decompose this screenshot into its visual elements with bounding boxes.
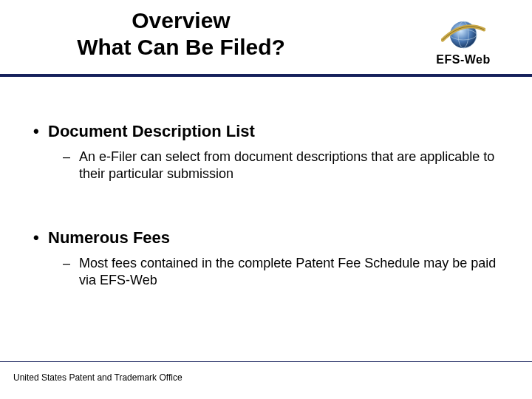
title-line-2: What Can Be Filed? bbox=[77, 35, 285, 59]
dash-icon: – bbox=[63, 255, 79, 272]
spacer bbox=[33, 188, 502, 228]
slide-title: Overview What Can Be Filed? bbox=[22, 7, 340, 61]
globe-icon bbox=[441, 16, 485, 53]
subbullet-text: Most fees contained in the complete Pate… bbox=[79, 255, 502, 288]
footer-text: United States Patent and Trademark Offic… bbox=[13, 372, 183, 383]
title-line-1: Overview bbox=[132, 8, 230, 33]
slide-header: Overview What Can Be Filed? EFS bbox=[0, 0, 532, 81]
efs-web-logo: EFS-Web bbox=[408, 7, 519, 66]
bullet-icon: • bbox=[33, 122, 48, 140]
bullet-icon: • bbox=[33, 228, 48, 246]
subbullet-text: An e-Filer can select from document desc… bbox=[79, 149, 502, 182]
slide-content: • Document Description List – An e-Filer… bbox=[0, 81, 532, 288]
dash-icon: – bbox=[63, 149, 79, 166]
bullet-fees: • Numerous Fees bbox=[33, 228, 502, 248]
bullet-heading: Numerous Fees bbox=[48, 228, 170, 248]
footer-rule bbox=[0, 361, 532, 362]
bullet-heading: Document Description List bbox=[48, 122, 255, 141]
header-rule bbox=[0, 74, 532, 77]
slide: Overview What Can Be Filed? EFS bbox=[0, 0, 532, 399]
subbullet-doc-desc: – An e-Filer can select from document de… bbox=[63, 149, 502, 182]
subbullet-fees: – Most fees contained in the complete Pa… bbox=[63, 255, 502, 288]
logo-text: EFS-Web bbox=[436, 53, 490, 66]
bullet-doc-desc: • Document Description List bbox=[33, 122, 502, 141]
